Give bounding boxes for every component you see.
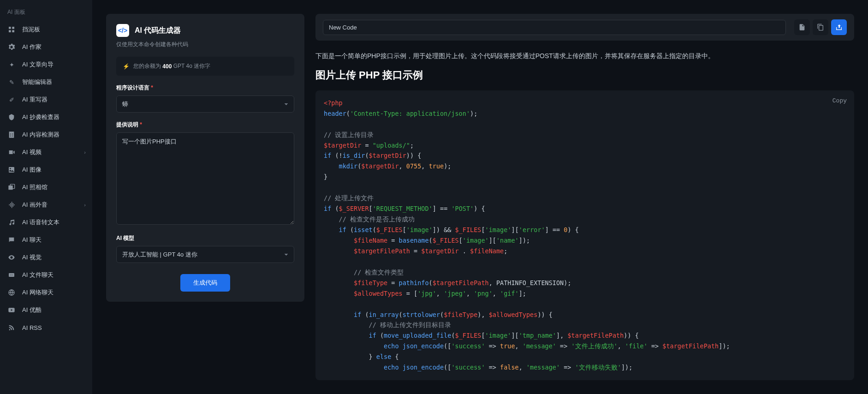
sidebar-item-3[interactable]: ✎智能编辑器 <box>0 73 92 91</box>
building-icon <box>7 131 16 139</box>
sidebar-item-label: AI 优酷 <box>22 306 42 314</box>
audio-icon <box>7 201 16 209</box>
document-icon <box>798 24 806 31</box>
sidebar-item-label: AI 文章向导 <box>22 60 54 69</box>
gear-icon <box>7 43 16 51</box>
sidebar-item-2[interactable]: ✦AI 文章向导 <box>0 56 92 73</box>
video-icon <box>7 148 16 156</box>
sidebar-item-13[interactable]: AI 视觉 <box>0 249 92 266</box>
chat-icon <box>7 236 16 244</box>
chevron-right-icon: › <box>84 149 86 155</box>
sidebar-item-label: AI 文件聊天 <box>22 271 54 279</box>
sidebar-item-label: AI 画外音 <box>22 201 48 209</box>
code-copy-button[interactable]: Copy <box>832 96 847 106</box>
code-content: <?php header('Content-Type: application/… <box>324 98 846 373</box>
chevron-right-icon: › <box>84 202 86 208</box>
sidebar-item-label: 智能编辑器 <box>22 78 52 86</box>
svg-rect-3 <box>12 30 14 32</box>
bolt-icon: ⚡ <box>123 63 130 70</box>
output-description: 下面是一个简单的PHP接口示例，用于处理图片上传。这个代码段将接受通过POST请… <box>315 51 854 62</box>
gallery-icon <box>7 183 16 191</box>
sidebar-item-16[interactable]: AI 优酷 <box>0 301 92 319</box>
youtube-icon <box>7 306 16 314</box>
document-button[interactable] <box>794 19 810 35</box>
sidebar-item-11[interactable]: AI 语音转文本 <box>0 214 92 231</box>
music-icon <box>7 218 16 227</box>
sidebar-item-4[interactable]: ✐AI 重写器 <box>0 91 92 108</box>
code-name-input[interactable] <box>323 20 786 35</box>
sidebar-item-15[interactable]: AI 网络聊天 <box>0 284 92 301</box>
output-topbar <box>315 14 854 41</box>
export-button[interactable] <box>831 19 847 35</box>
sparkle-icon: ✦ <box>7 60 16 69</box>
sidebar-item-label: AI 网络聊天 <box>22 288 54 297</box>
sidebar-item-label: 挡泥板 <box>22 25 40 34</box>
pen-icon: ✎ <box>7 78 16 86</box>
language-label: 程序设计语言 * <box>116 84 294 92</box>
sidebar-item-label: AI 抄袭检查器 <box>22 113 59 121</box>
svg-point-10 <box>11 275 12 275</box>
sidebar-item-14[interactable]: AI 文件聊天 <box>0 266 92 284</box>
language-select[interactable]: 蟒 <box>116 96 294 113</box>
generate-button[interactable]: 生成代码 <box>180 274 230 292</box>
svg-point-11 <box>12 275 13 275</box>
model-select[interactable]: 开放人工智能 | GPT 4o 迷你 <box>116 246 294 263</box>
edit-icon: ✐ <box>7 96 16 104</box>
sidebar-item-8[interactable]: AI 图像 <box>0 161 92 179</box>
copy-button[interactable] <box>813 19 828 35</box>
sidebar-item-1[interactable]: AI 作家 <box>0 38 92 56</box>
export-icon <box>835 24 843 31</box>
card-title: AI 代码生成器 <box>135 26 181 36</box>
copy-icon <box>817 24 824 31</box>
sidebar-item-label: AI 聊天 <box>22 236 42 244</box>
sidebar: AI 面板 挡泥板AI 作家✦AI 文章向导✎智能编辑器✐AI 重写器AI 抄袭… <box>0 0 92 394</box>
image-icon <box>7 166 16 174</box>
sidebar-item-17[interactable]: AI RSS <box>0 319 92 336</box>
svg-rect-0 <box>9 27 11 29</box>
sidebar-header: AI 面板 <box>0 6 92 21</box>
generator-card: </> AI 代码生成器 仅使用文本命令创建各种代码 ⚡ 您的余额为 400 G… <box>106 14 304 302</box>
sidebar-item-7[interactable]: AI 视频› <box>0 143 92 161</box>
instructions-input[interactable] <box>116 132 294 225</box>
sidebar-item-label: AI 重写器 <box>22 96 48 104</box>
instructions-label: 提供说明 * <box>116 121 294 129</box>
model-label: AI 模型 <box>116 234 294 242</box>
code-icon: </> <box>116 24 129 37</box>
sidebar-item-10[interactable]: AI 画外音› <box>0 196 92 214</box>
sidebar-item-label: AI 视觉 <box>22 253 42 262</box>
sidebar-item-label: AI 视频 <box>22 148 42 156</box>
svg-point-9 <box>10 275 11 275</box>
code-block: Copy <?php header('Content-Type: applica… <box>315 90 854 380</box>
svg-point-5 <box>10 168 11 169</box>
sidebar-item-label: AI 语音转文本 <box>22 218 59 227</box>
sidebar-item-label: AI 内容检测器 <box>22 131 59 139</box>
filechat-icon <box>7 271 16 279</box>
output-heading: 图片上传 PHP 接口示例 <box>315 68 854 82</box>
sidebar-item-0[interactable]: 挡泥板 <box>0 21 92 38</box>
card-subtitle: 仅使用文本命令创建各种代码 <box>116 41 294 48</box>
rss-icon <box>7 323 16 332</box>
sidebar-item-label: AI 作家 <box>22 43 42 51</box>
sidebar-item-9[interactable]: AI 照相馆 <box>0 179 92 196</box>
sidebar-item-6[interactable]: AI 内容检测器 <box>0 126 92 143</box>
svg-rect-2 <box>9 30 11 32</box>
sidebar-item-label: AI 照相馆 <box>22 183 48 191</box>
eye-icon <box>7 253 16 262</box>
sidebar-item-12[interactable]: AI 聊天 <box>0 231 92 249</box>
shield-icon <box>7 113 16 121</box>
web-icon <box>7 288 16 297</box>
svg-rect-1 <box>12 27 14 29</box>
sidebar-item-label: AI 图像 <box>22 166 42 174</box>
sidebar-item-label: AI RSS <box>22 324 42 331</box>
dashboard-icon <box>7 25 16 34</box>
balance-banner: ⚡ 您的余额为 400 GPT 4o 迷你字 <box>116 57 294 76</box>
sidebar-item-5[interactable]: AI 抄袭检查器 <box>0 108 92 126</box>
